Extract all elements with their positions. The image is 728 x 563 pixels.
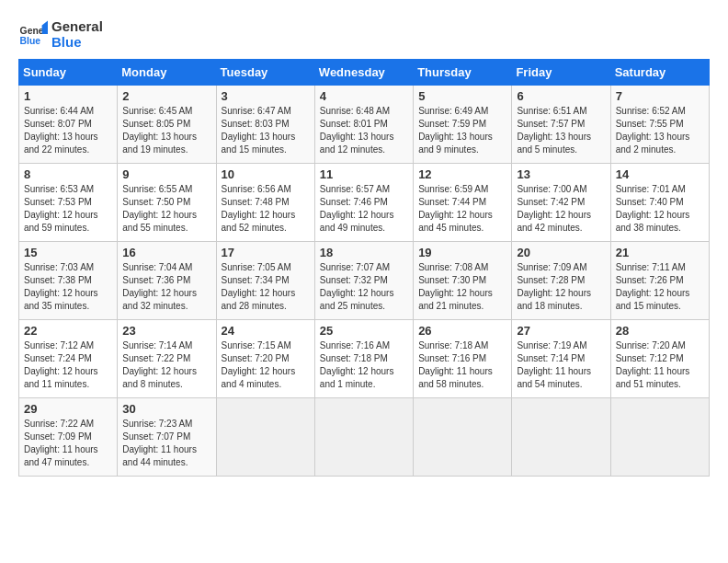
day-info: Sunrise: 7:11 AM Sunset: 7:26 PM Dayligh… [616, 261, 704, 313]
day-number: 12 [418, 167, 506, 181]
day-info: Sunrise: 7:04 AM Sunset: 7:36 PM Dayligh… [122, 261, 210, 313]
day-info: Sunrise: 7:23 AM Sunset: 7:07 PM Dayligh… [122, 418, 210, 469]
day-number: 28 [616, 324, 704, 338]
logo-blue: Blue [51, 34, 103, 50]
calendar-cell: 1Sunrise: 6:44 AM Sunset: 8:07 PM Daylig… [19, 86, 118, 164]
calendar-cell: 4Sunrise: 6:48 AM Sunset: 8:01 PM Daylig… [314, 86, 413, 164]
day-number: 7 [616, 89, 704, 103]
header-tuesday: Tuesday [216, 60, 314, 86]
day-number: 23 [122, 324, 210, 338]
calendar-cell: 21Sunrise: 7:11 AM Sunset: 7:26 PM Dayli… [610, 242, 709, 320]
calendar-week-5: 29Sunrise: 7:22 AM Sunset: 7:09 PM Dayli… [19, 398, 710, 477]
calendar-cell: 8Sunrise: 6:53 AM Sunset: 7:53 PM Daylig… [19, 164, 118, 242]
calendar-week-4: 22Sunrise: 7:12 AM Sunset: 7:24 PM Dayli… [19, 320, 710, 398]
calendar-week-3: 15Sunrise: 7:03 AM Sunset: 7:38 PM Dayli… [19, 242, 710, 320]
day-number: 17 [222, 246, 310, 259]
days-header-row: SundayMondayTuesdayWednesdayThursdayFrid… [19, 60, 710, 86]
calendar-cell: 5Sunrise: 6:49 AM Sunset: 7:59 PM Daylig… [414, 86, 512, 164]
day-info: Sunrise: 7:12 AM Sunset: 7:24 PM Dayligh… [24, 339, 112, 391]
calendar-cell: 7Sunrise: 6:52 AM Sunset: 7:55 PM Daylig… [610, 86, 709, 164]
day-info: Sunrise: 7:09 AM Sunset: 7:28 PM Dayligh… [517, 261, 605, 313]
calendar-cell: 19Sunrise: 7:08 AM Sunset: 7:30 PM Dayli… [414, 242, 512, 320]
calendar-cell: 14Sunrise: 7:01 AM Sunset: 7:40 PM Dayli… [610, 164, 709, 242]
calendar-cell [314, 398, 413, 477]
day-info: Sunrise: 7:15 AM Sunset: 7:20 PM Dayligh… [222, 339, 310, 391]
calendar-cell: 9Sunrise: 6:55 AM Sunset: 7:50 PM Daylig… [118, 164, 216, 242]
day-info: Sunrise: 6:59 AM Sunset: 7:44 PM Dayligh… [418, 183, 506, 235]
svg-marker-2 [42, 21, 48, 34]
calendar-cell: 17Sunrise: 7:05 AM Sunset: 7:34 PM Dayli… [216, 242, 314, 320]
day-info: Sunrise: 6:53 AM Sunset: 7:53 PM Dayligh… [24, 183, 112, 235]
day-info: Sunrise: 7:18 AM Sunset: 7:16 PM Dayligh… [418, 339, 506, 391]
calendar-cell: 25Sunrise: 7:16 AM Sunset: 7:18 PM Dayli… [314, 320, 413, 398]
calendar-cell: 29Sunrise: 7:22 AM Sunset: 7:09 PM Dayli… [19, 398, 118, 477]
day-number: 4 [320, 89, 408, 103]
day-info: Sunrise: 6:49 AM Sunset: 7:59 PM Dayligh… [418, 105, 506, 156]
day-number: 5 [418, 89, 506, 103]
day-info: Sunrise: 7:20 AM Sunset: 7:12 PM Dayligh… [616, 339, 704, 391]
calendar-cell: 22Sunrise: 7:12 AM Sunset: 7:24 PM Dayli… [19, 320, 118, 398]
day-info: Sunrise: 6:51 AM Sunset: 7:57 PM Dayligh… [517, 105, 605, 156]
calendar-cell: 30Sunrise: 7:23 AM Sunset: 7:07 PM Dayli… [118, 398, 216, 477]
day-number: 8 [24, 167, 112, 181]
calendar-cell: 13Sunrise: 7:00 AM Sunset: 7:42 PM Dayli… [512, 164, 610, 242]
calendar-cell: 10Sunrise: 6:56 AM Sunset: 7:48 PM Dayli… [216, 164, 314, 242]
calendar-cell: 28Sunrise: 7:20 AM Sunset: 7:12 PM Dayli… [610, 320, 709, 398]
day-info: Sunrise: 6:56 AM Sunset: 7:48 PM Dayligh… [222, 183, 310, 235]
calendar-cell: 26Sunrise: 7:18 AM Sunset: 7:16 PM Dayli… [414, 320, 512, 398]
day-info: Sunrise: 7:19 AM Sunset: 7:14 PM Dayligh… [517, 339, 605, 391]
day-number: 26 [418, 324, 506, 338]
day-info: Sunrise: 6:45 AM Sunset: 8:05 PM Dayligh… [122, 105, 210, 156]
day-number: 27 [517, 324, 605, 338]
day-number: 22 [24, 324, 112, 338]
calendar-cell: 16Sunrise: 7:04 AM Sunset: 7:36 PM Dayli… [118, 242, 216, 320]
header-thursday: Thursday [414, 60, 512, 86]
header-wednesday: Wednesday [314, 60, 413, 86]
day-number: 25 [320, 324, 408, 338]
day-number: 29 [24, 402, 112, 416]
logo-icon: General Blue [18, 19, 48, 49]
day-info: Sunrise: 7:05 AM Sunset: 7:34 PM Dayligh… [222, 261, 310, 313]
day-info: Sunrise: 6:57 AM Sunset: 7:46 PM Dayligh… [320, 183, 408, 235]
header-saturday: Saturday [610, 60, 709, 86]
calendar-cell [610, 398, 709, 477]
day-info: Sunrise: 7:14 AM Sunset: 7:22 PM Dayligh… [122, 339, 210, 391]
calendar-cell [414, 398, 512, 477]
calendar-cell: 15Sunrise: 7:03 AM Sunset: 7:38 PM Dayli… [19, 242, 118, 320]
day-number: 13 [517, 167, 605, 181]
logo: General Blue General Blue [18, 18, 103, 50]
day-number: 16 [122, 246, 210, 259]
day-number: 10 [222, 167, 310, 181]
day-number: 21 [616, 246, 704, 259]
day-number: 6 [517, 89, 605, 103]
calendar-cell: 24Sunrise: 7:15 AM Sunset: 7:20 PM Dayli… [216, 320, 314, 398]
day-info: Sunrise: 7:22 AM Sunset: 7:09 PM Dayligh… [24, 418, 112, 469]
day-number: 14 [616, 167, 704, 181]
day-info: Sunrise: 6:44 AM Sunset: 8:07 PM Dayligh… [24, 105, 112, 156]
calendar-table: SundayMondayTuesdayWednesdayThursdayFrid… [18, 59, 710, 477]
day-info: Sunrise: 7:16 AM Sunset: 7:18 PM Dayligh… [320, 339, 408, 391]
calendar-cell: 3Sunrise: 6:47 AM Sunset: 8:03 PM Daylig… [216, 86, 314, 164]
day-info: Sunrise: 6:55 AM Sunset: 7:50 PM Dayligh… [122, 183, 210, 235]
calendar-cell [216, 398, 314, 477]
calendar-cell: 2Sunrise: 6:45 AM Sunset: 8:05 PM Daylig… [118, 86, 216, 164]
day-number: 19 [418, 246, 506, 259]
header-sunday: Sunday [19, 60, 118, 86]
day-info: Sunrise: 7:00 AM Sunset: 7:42 PM Dayligh… [517, 183, 605, 235]
svg-text:Blue: Blue [20, 36, 41, 46]
day-number: 20 [517, 246, 605, 259]
logo-general: General [51, 18, 103, 34]
day-info: Sunrise: 6:47 AM Sunset: 8:03 PM Dayligh… [222, 105, 310, 156]
day-info: Sunrise: 7:01 AM Sunset: 7:40 PM Dayligh… [616, 183, 704, 235]
page-header: General Blue General Blue [18, 18, 710, 50]
calendar-week-2: 8Sunrise: 6:53 AM Sunset: 7:53 PM Daylig… [19, 164, 710, 242]
day-info: Sunrise: 6:48 AM Sunset: 8:01 PM Dayligh… [320, 105, 408, 156]
calendar-week-1: 1Sunrise: 6:44 AM Sunset: 8:07 PM Daylig… [19, 86, 710, 164]
calendar-cell: 27Sunrise: 7:19 AM Sunset: 7:14 PM Dayli… [512, 320, 610, 398]
calendar-cell: 20Sunrise: 7:09 AM Sunset: 7:28 PM Dayli… [512, 242, 610, 320]
header-monday: Monday [118, 60, 216, 86]
day-number: 1 [24, 89, 112, 103]
calendar-cell: 18Sunrise: 7:07 AM Sunset: 7:32 PM Dayli… [314, 242, 413, 320]
calendar-cell: 23Sunrise: 7:14 AM Sunset: 7:22 PM Dayli… [118, 320, 216, 398]
day-info: Sunrise: 7:07 AM Sunset: 7:32 PM Dayligh… [320, 261, 408, 313]
